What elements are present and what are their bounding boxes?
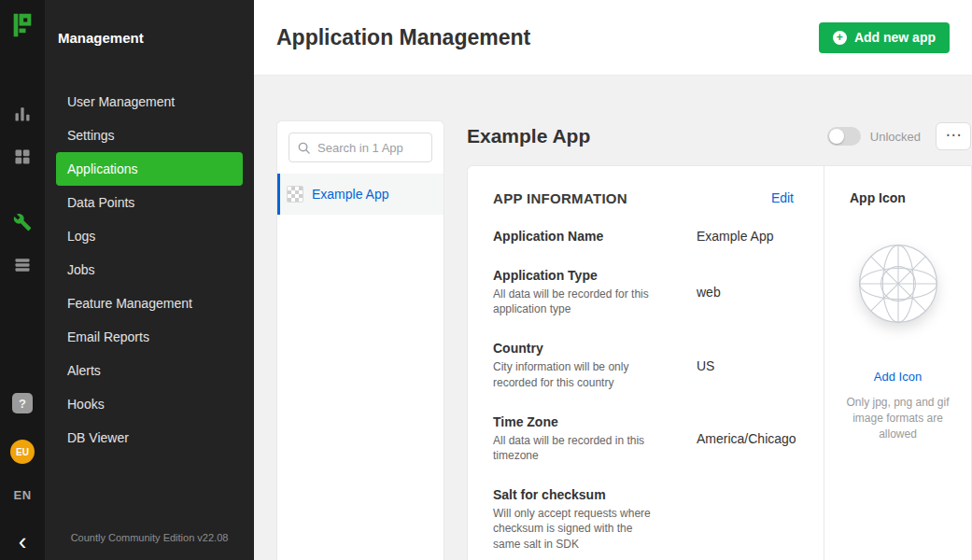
app-list-item-label: Example App [312, 187, 389, 202]
help-button[interactable]: ? [12, 393, 33, 413]
lock-toggle[interactable] [827, 127, 861, 146]
sidebar-item-settings[interactable]: Settings [56, 119, 243, 152]
sidebar-title: Management [45, 0, 254, 76]
search-icon [297, 141, 311, 155]
detail-header: Example App Unlocked ⋯ [467, 120, 972, 152]
countly-logo-icon [9, 12, 35, 38]
add-icon-button[interactable]: Add Icon [874, 370, 922, 384]
app-info-title: APP INFORMATION [493, 190, 627, 206]
lock-control: Unlocked [827, 127, 921, 146]
grid-icon [13, 147, 32, 166]
app-icon-title: App Icon [824, 190, 906, 205]
lock-status-label: Unlocked [870, 130, 921, 144]
stack-icon [13, 256, 32, 274]
app-title: Example App [467, 125, 590, 147]
field-value: Example App [697, 229, 774, 244]
sidebar-item-jobs[interactable]: Jobs [56, 253, 243, 287]
app-info-header: APP INFORMATION Edit [493, 190, 794, 206]
icon-format-note: Only jpg, png and gif image formats are … [838, 395, 958, 441]
sidebar-item-db-viewer[interactable]: DB Viewer [56, 421, 243, 455]
field-description: All data will be recorded for this appli… [493, 287, 654, 316]
sidebar-item-logs[interactable]: Logs [56, 219, 243, 253]
app-icon-card: App Icon [824, 166, 971, 560]
app-list-panel: Example App [276, 120, 444, 560]
field-value: US [697, 358, 714, 373]
add-new-app-button[interactable]: + Add new app [819, 22, 950, 53]
field-label: Application Name [493, 229, 674, 244]
sidebar-item-label: Data Points [67, 195, 134, 210]
sidebar-item-label: User Management [67, 94, 175, 109]
main-header: Application Management + Add new app [254, 0, 972, 76]
field-meta: Application Name [493, 229, 697, 244]
field-label: Time Zone [493, 414, 674, 429]
add-new-app-label: Add new app [854, 30, 936, 45]
field-value: web [697, 285, 721, 300]
sidebar-item-label: Hooks [67, 397, 105, 412]
sidebar-item-feature-management[interactable]: Feature Management [56, 287, 243, 320]
sidebar-item-applications[interactable]: Applications [56, 152, 243, 186]
field-row: Time Zone All data will be recorded in t… [493, 414, 794, 463]
more-options-button[interactable]: ⋯ [936, 122, 971, 150]
field-meta: Application Type All data will be record… [493, 268, 697, 316]
language-selector[interactable]: EN [13, 488, 31, 502]
edit-button[interactable]: Edit [771, 190, 794, 205]
sidebar-item-alerts[interactable]: Alerts [56, 354, 243, 387]
version-text: Countly Community Edition v22.08 [45, 515, 254, 560]
app-thumbnail-icon [287, 186, 303, 203]
sidebar-item-label: DB Viewer [67, 430, 129, 445]
field-value: America/Chicago [697, 431, 796, 446]
field-meta: Country City information will be only re… [493, 341, 697, 389]
rail-item-dashboards[interactable] [7, 142, 37, 172]
field-meta: Time Zone All data will be recorded in t… [493, 414, 697, 463]
sidebar-menu: User Management Settings Applications Da… [45, 76, 254, 515]
sidebar-item-label: Alerts [67, 363, 101, 378]
field-description: Will only accept requests where checksum… [493, 506, 654, 552]
question-icon: ? [19, 397, 26, 411]
field-label: Salt for checksum [493, 487, 674, 502]
sidebar-collapse-button[interactable]: ‹ [19, 532, 27, 551]
app-list-item[interactable]: Example App [277, 174, 444, 215]
bar-chart-icon [13, 105, 32, 123]
field-row: Application Type All data will be record… [493, 268, 794, 316]
rail-item-analytics[interactable] [7, 99, 37, 129]
wrench-icon [13, 213, 32, 231]
field-row: Salt for checksum Will only accept reque… [493, 487, 794, 552]
chevron-left-icon: ‹ [19, 527, 27, 555]
sidebar-item-label: Jobs [67, 262, 95, 277]
avatar-initials: EU [16, 447, 29, 457]
sidebar-item-label: Logs [67, 229, 95, 244]
rail-item-data[interactable] [7, 250, 37, 280]
toggle-knob [829, 129, 844, 144]
sidebar-item-label: Settings [67, 128, 115, 143]
field-description: City information will be only recorded f… [493, 359, 654, 389]
ellipsis-icon: ⋯ [946, 126, 962, 144]
app-root: ? EU EN ‹ Management User Management Set… [0, 0, 972, 560]
page-title: Application Management [276, 25, 530, 50]
avatar[interactable]: EU [10, 440, 35, 464]
countly-logo[interactable] [8, 11, 36, 39]
field-label: Country [493, 341, 674, 356]
sidebar-item-label: Email Reports [67, 329, 149, 344]
app-icon-placeholder [855, 241, 941, 330]
sidebar-item-label: Feature Management [67, 296, 192, 311]
app-detail-panel: Example App Unlocked ⋯ APP INFORMATION [467, 120, 972, 560]
detail-cards: APP INFORMATION Edit Application Name Ex… [467, 165, 972, 560]
field-row: Application Name Example App [493, 229, 794, 244]
rail-item-management[interactable] [7, 207, 37, 237]
globe-icon [855, 241, 941, 327]
app-search [289, 133, 432, 162]
field-label: Application Type [493, 268, 674, 283]
sidebar-item-data-points[interactable]: Data Points [56, 186, 243, 219]
plus-icon: + [833, 31, 847, 45]
main-area: Application Management + Add new app [254, 0, 972, 560]
sidebar-item-hooks[interactable]: Hooks [56, 387, 243, 421]
sidebar-item-label: Applications [67, 161, 138, 176]
sidebar-item-user-management[interactable]: User Management [56, 85, 243, 119]
icon-rail: ? EU EN ‹ [0, 0, 45, 560]
sidebar-item-email-reports[interactable]: Email Reports [56, 320, 243, 354]
management-sidebar: Management User Management Settings Appl… [45, 0, 254, 560]
rail-nav [7, 99, 37, 293]
content-area: Example App Example App Unlocked ⋯ [254, 76, 972, 560]
field-meta: Salt for checksum Will only accept reque… [493, 487, 697, 552]
field-row: Country City information will be only re… [493, 341, 794, 389]
